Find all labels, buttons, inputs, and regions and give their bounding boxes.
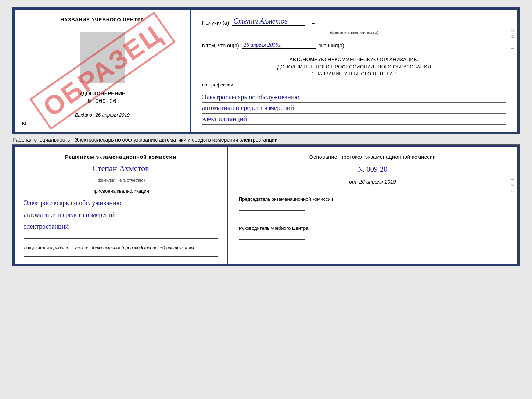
fio-label-top: (фамилия, имя, отчество) bbox=[202, 30, 506, 35]
certificate-top: НАЗВАНИЕ УЧЕБНОГО ЦЕНТРА УДОСТОВЕРЕНИЕ №… bbox=[12, 7, 520, 134]
org-text: АВТОНОМНУЮ НЕКОММЕРЧЕСКУЮ ОРГАНИЗАЦИЮ ДО… bbox=[202, 56, 506, 78]
org-line3: " НАЗВАНИЕ УЧЕБНОГО ЦЕНТРА " bbox=[202, 70, 506, 78]
admit-label: допускается к bbox=[24, 245, 52, 250]
cert-right-panel: Получил(а) Степан Ахметов – (фамилия, им… bbox=[191, 10, 517, 132]
completed-date: 26 апреля 2019г. bbox=[242, 42, 316, 49]
received-label: Получил(а) bbox=[202, 20, 229, 26]
decision-title: Решением экзаменационной комиссии bbox=[24, 154, 218, 160]
issued-date-value: 26 апреля 2019 bbox=[96, 112, 130, 118]
profession-line1-bottom: Электрослесарь по обслуживанию bbox=[24, 197, 218, 209]
profession-line2-top: автоматики и средств измерений bbox=[202, 103, 506, 114]
vtom-label: в том, что он(а) bbox=[202, 43, 239, 49]
basis-title: Основание: протокол экзаменационной коми… bbox=[239, 154, 506, 160]
school-name-top: НАЗВАНИЕ УЧЕБНОГО ЦЕНТРА bbox=[60, 17, 144, 22]
qualification-underline bbox=[24, 238, 218, 239]
qualification-label: присвоена квалификация bbox=[24, 188, 218, 194]
recipient-row: Получил(а) Степан Ахметов – bbox=[202, 17, 506, 26]
doc-type: УДОСТОВЕРЕНИЕ bbox=[79, 90, 125, 96]
profession-value-top: Электрослесарь по обслуживанию автоматик… bbox=[202, 92, 506, 125]
fio-label-bottom: (фамилия, имя, отчество) bbox=[24, 178, 218, 182]
chairman-block: Председатель экзаменационной комиссии bbox=[239, 196, 506, 212]
director-label: Руководитель учебного Центра bbox=[239, 225, 506, 232]
profession-line1-top: Электрослесарь по обслуживанию bbox=[202, 92, 506, 103]
document-container: НАЗВАНИЕ УЧЕБНОГО ЦЕНТРА УДОСТОВЕРЕНИЕ №… bbox=[7, 7, 525, 266]
basis-date-value: 26 апреля 2019 bbox=[359, 179, 396, 185]
completed-label: окончил(а) bbox=[319, 43, 344, 49]
recipient-name: Степан Ахметов bbox=[232, 17, 305, 26]
chairman-label: Председатель экзаменационной комиссии bbox=[239, 196, 506, 203]
cert-bottom-right: Основание: протокол экзаменационной коми… bbox=[228, 147, 517, 264]
cert-left-panel: НАЗВАНИЕ УЧЕБНОГО ЦЕНТРА УДОСТОВЕРЕНИЕ №… bbox=[15, 10, 191, 132]
basis-date: от 26 апреля 2019 bbox=[239, 179, 506, 185]
certificate-bottom: Решением экзаменационной комиссии Степан… bbox=[12, 145, 520, 266]
profession-line2-bottom: автоматики и средств измерений bbox=[24, 209, 218, 221]
right-side-marks-bottom: – – – и а ← – – – bbox=[511, 165, 515, 217]
basis-number: № 009-20 bbox=[239, 165, 506, 174]
issued-label: Выдано bbox=[75, 112, 92, 118]
issued-date: Выдано 26 апреля 2019 bbox=[75, 112, 130, 118]
profession-bottom: Электрослесарь по обслуживанию автоматик… bbox=[24, 197, 218, 232]
photo-placeholder bbox=[80, 32, 125, 83]
org-line2: ДОПОЛНИТЕЛЬНОГО ПРОФЕССИОНАЛЬНОГО ОБРАЗО… bbox=[202, 63, 506, 71]
specialty-label: Рабочая специальность - Электрослесарь п… bbox=[12, 134, 520, 145]
director-signature-line bbox=[239, 232, 305, 240]
director-block: Руководитель учебного Центра bbox=[239, 225, 506, 241]
cert-bottom-left: Решением экзаменационной комиссии Степан… bbox=[15, 147, 228, 264]
chairman-signature-line bbox=[239, 203, 305, 211]
org-line1: АВТОНОМНУЮ НЕКОММЕРЧЕСКУЮ ОРГАНИЗАЦИЮ bbox=[202, 56, 506, 63]
right-side-marks-top: и а ← – – – – bbox=[511, 28, 515, 68]
profession-line3-top: электростанций bbox=[202, 114, 506, 125]
profession-line3-bottom: электростанций bbox=[24, 221, 218, 233]
profession-label-top: по профессии bbox=[202, 82, 506, 88]
mp-label: М.П. bbox=[22, 121, 32, 127]
bottom-name-handwritten: Степан Ахметов bbox=[24, 164, 218, 174]
doc-number: № 009-20 bbox=[88, 98, 116, 105]
basis-date-label: от bbox=[349, 179, 356, 185]
admit-underline bbox=[24, 256, 218, 257]
admit-value: работе согласно должностным (производств… bbox=[53, 245, 194, 250]
admit-text: допускается к работе согласно должностны… bbox=[24, 245, 218, 250]
completed-row: в том, что он(а) 26 апреля 2019г. окончи… bbox=[202, 42, 506, 49]
